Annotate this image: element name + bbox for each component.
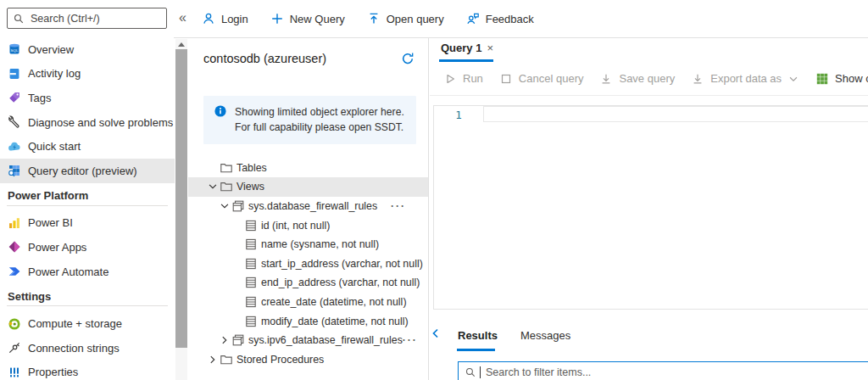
show-only-editor-button[interactable]: Show only Editor — [815, 72, 868, 86]
tree-label: sys.ipv6_database_firewall_rules — [248, 334, 403, 346]
sidebar-item-label: Diagnose and solve problems — [28, 116, 173, 129]
power-bi-icon — [8, 216, 21, 230]
sidebar-item-power-apps[interactable]: Power Apps — [0, 235, 175, 260]
tab-query-1[interactable]: Query 1 × — [441, 42, 495, 54]
tree-label: name (sysname, not null) — [261, 238, 379, 250]
close-tab-icon[interactable]: × — [485, 42, 495, 54]
new-query-button[interactable]: New Query — [270, 12, 345, 25]
page-scrollbar — [175, 39, 187, 380]
cancel-query-button[interactable]: Cancel query — [499, 72, 584, 86]
active-results-tab-underline — [457, 349, 495, 351]
wrench-icon — [8, 115, 21, 129]
results-tab-bar: Results Messages — [458, 329, 570, 342]
sidebar-item-compute-storage[interactable]: Compute + storage — [0, 311, 175, 336]
tab-results[interactable]: Results — [458, 329, 498, 342]
tree-node-column[interactable]: end_ip_address (varchar, not null) — [188, 273, 428, 293]
run-button[interactable]: Run — [443, 72, 483, 86]
refresh-icon[interactable] — [401, 52, 415, 65]
info-banner-text: Showing limited object explorer here. Fo… — [235, 104, 408, 136]
sidebar-item-query-editor[interactable]: Query editor (preview) — [0, 159, 175, 183]
cancel-query-label: Cancel query — [519, 72, 584, 85]
tree-node-column[interactable]: name (sysname, not null) — [188, 235, 428, 254]
tree-node-tables[interactable]: Tables — [188, 159, 428, 178]
row-context-menu-icon[interactable]: ··· — [403, 334, 429, 346]
activity-log-icon — [8, 67, 21, 81]
chevron-right-icon — [207, 354, 219, 366]
column-icon — [244, 238, 258, 251]
sidebar-item-tags[interactable]: Tags — [0, 86, 175, 110]
properties-icon — [8, 366, 21, 379]
sidebar-item-power-automate[interactable]: Power Automate — [0, 260, 175, 284]
new-query-label: New Query — [290, 13, 345, 25]
login-label: Login — [221, 13, 248, 25]
scrollbar-thumb[interactable] — [175, 49, 187, 348]
sidebar-search-input[interactable] — [29, 12, 161, 25]
tree-label: id (int, not null) — [261, 220, 330, 232]
stop-icon — [499, 72, 513, 86]
search-icon — [465, 366, 476, 378]
sidebar-item-label: Properties — [28, 366, 78, 378]
sidebar-item-properties[interactable]: Properties — [0, 360, 175, 380]
green-grid-icon — [815, 72, 829, 86]
sidebar-item-overview[interactable]: SQL Overview — [0, 37, 175, 62]
sidebar-item-diagnose[interactable]: Diagnose and solve problems — [0, 110, 175, 135]
query-editor-panel: Query 1 × Run Cancel query Save query Ex… — [430, 38, 868, 380]
sidebar-item-label: Query editor (preview) — [28, 165, 137, 177]
feedback-button[interactable]: Feedback — [466, 12, 534, 25]
download-icon — [599, 72, 613, 86]
power-automate-icon — [8, 265, 21, 278]
tree-node-view-firewall-rules[interactable]: sys.database_firewall_rules ··· — [188, 197, 428, 216]
run-label: Run — [463, 72, 483, 85]
sidebar-item-activity-log[interactable]: Activity log — [0, 62, 175, 87]
sidebar-item-label: Power Automate — [28, 265, 108, 278]
login-button[interactable]: Login — [202, 12, 248, 25]
query-toolbar: Run Cancel query Save query Export data … — [430, 62, 868, 96]
collapse-results-icon[interactable] — [429, 327, 442, 340]
quick-start-cloud-icon — [8, 140, 21, 154]
sidebar-item-connection-strings[interactable]: Connection strings — [0, 336, 175, 360]
query-tab-label: Query 1 — [441, 42, 481, 54]
collapse-menu-icon[interactable]: « — [174, 10, 193, 27]
results-filter[interactable] — [458, 361, 868, 380]
query-tab-bar: Query 1 × — [430, 38, 868, 62]
sidebar-search[interactable] — [7, 8, 167, 29]
save-query-label: Save query — [619, 72, 675, 85]
sidebar-item-quick-start[interactable]: Quick start — [0, 134, 175, 159]
scrollbar-up-arrow[interactable] — [178, 42, 185, 47]
sidebar-item-power-bi[interactable]: Power BI — [0, 211, 175, 236]
results-filter-input[interactable] — [484, 366, 863, 379]
tag-icon — [8, 91, 21, 104]
tree-node-stored-procedures[interactable]: Stored Procedures — [188, 350, 428, 370]
tree-node-column[interactable]: id (int, not null) — [188, 215, 428, 235]
sidebar-nav: SQL Overview Activity log Tags Diagnose … — [0, 37, 175, 380]
tree-node-column[interactable]: modify_date (datetime, not null) — [188, 311, 428, 331]
tree-label: modify_date (datetime, not null) — [261, 316, 409, 327]
active-tab-underline — [439, 59, 493, 62]
object-explorer-panel: contosodb (azureuser) Showing limited ob… — [188, 38, 429, 380]
row-context-menu-icon[interactable]: ··· — [391, 200, 428, 212]
sidebar-section-settings: Settings — [0, 283, 175, 304]
tab-messages[interactable]: Messages — [520, 329, 570, 342]
tree-node-view-ipv6-firewall-rules[interactable]: sys.ipv6_database_firewall_rules ··· — [188, 331, 428, 350]
tree-node-column[interactable]: start_ip_address (varchar, not null) — [188, 254, 428, 274]
save-query-button[interactable]: Save query — [599, 72, 675, 86]
tree-label: Stored Procedures — [236, 354, 324, 366]
column-icon — [244, 219, 258, 232]
open-query-button[interactable]: Open query — [367, 12, 444, 25]
compute-storage-icon — [8, 317, 21, 331]
export-data-button[interactable]: Export data as — [691, 72, 799, 86]
tree-label: Views — [236, 181, 264, 193]
sidebar-item-label: Quick start — [28, 140, 81, 153]
sidebar-item-label: Compute + storage — [28, 317, 122, 330]
line-number: 1 — [455, 109, 462, 121]
sidebar-item-label: Connection strings — [28, 342, 120, 355]
column-icon — [244, 295, 258, 309]
sql-editor[interactable]: 1 — [433, 105, 868, 310]
view-icon — [231, 199, 245, 213]
line-number-gutter: 1 — [434, 106, 483, 309]
tree-node-column[interactable]: create_date (datetime, not null) — [188, 293, 428, 312]
feedback-icon — [466, 12, 480, 25]
tree-node-views[interactable]: Views — [188, 177, 428, 197]
column-icon — [244, 276, 258, 289]
sidebar-item-label: Overview — [28, 43, 74, 56]
